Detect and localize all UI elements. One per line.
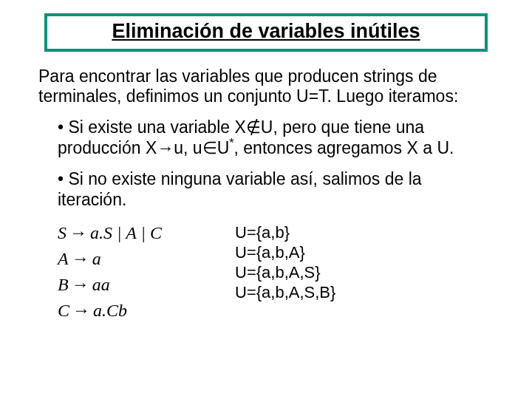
notin-symbol: ∉ [246, 117, 261, 137]
rule3-lhs: B [58, 275, 69, 294]
grammar-rule-2: A→a [58, 246, 220, 272]
rule4-rhs: a.Cb [93, 301, 127, 320]
in-symbol: ∈ [202, 138, 217, 157]
iteration-sets: U={a,b} U={a,b,A} U={a,b,A,S} U={a,b,A,S… [235, 223, 335, 302]
grammar-rule-3: B→aa [58, 272, 220, 298]
rule2-lhs: A [58, 249, 69, 268]
rule1-arrow: → [66, 222, 90, 242]
intro-paragraph: Para encontrar las variables que produce… [38, 66, 494, 106]
bullet-2: • Si no existe ninguna variable así, sal… [58, 168, 491, 210]
rule1-lhs: S [58, 223, 66, 242]
bullet-1-text-a: • Si existe una variable X [58, 117, 246, 137]
set-step-3: U={a,b,A,S} [235, 263, 335, 283]
rule4-arrow: → [69, 300, 93, 320]
bullet-1: • Si existe una variable X∉U, pero que t… [58, 117, 491, 158]
set-step-1: U={a,b} [235, 223, 335, 243]
rule1-rhs: a.S | A | C [90, 223, 162, 242]
bullet-list: • Si existe una variable X∉U, pero que t… [58, 117, 491, 210]
bullet-1-text-c: u, u [174, 138, 202, 157]
grammar-rule-4: C→a.Cb [58, 298, 220, 324]
slide-title: Eliminación de variables inútiles [112, 20, 420, 42]
set-step-4: U={a,b,A,S,B} [235, 283, 335, 303]
rule3-arrow: → [69, 274, 92, 294]
slide: Eliminación de variables inútiles Para e… [0, 0, 532, 399]
title-box: Eliminación de variables inútiles [44, 13, 488, 52]
rule2-rhs: a [92, 249, 101, 268]
grammar-block: S→a.S | A | C A→a B→aa C→a.Cb [58, 220, 220, 323]
arrow-symbol: → [157, 138, 174, 157]
set-step-2: U={a,b,A} [235, 243, 335, 263]
grammar-rule-1: S→a.S | A | C [58, 220, 220, 246]
rule2-arrow: → [69, 248, 92, 268]
rule3-rhs: aa [92, 275, 110, 294]
bullet-1-text-d: U*, entonces agregamos X a U. [217, 138, 454, 157]
rule4-lhs: C [58, 301, 69, 320]
bottom-row: S→a.S | A | C A→a B→aa C→a.Cb U={a,b} U=… [21, 220, 511, 323]
